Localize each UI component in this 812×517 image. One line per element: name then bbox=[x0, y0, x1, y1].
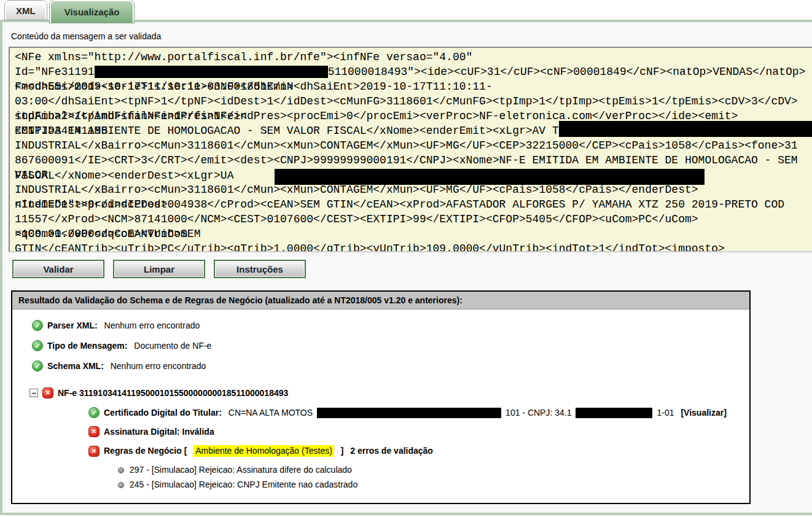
success-check-icon bbox=[32, 360, 43, 371]
xml-line: F><dhEmi>2019-10-17T11:10:11-03:00</dhEm… bbox=[15, 79, 812, 94]
text-segment: Tipo de Mensagem: bbox=[47, 341, 127, 351]
error-x-icon bbox=[88, 446, 100, 457]
text-segment: GTIN</cEANTrib><uTrib>PC</uTrib><qTrib>1… bbox=[15, 243, 725, 252]
text-segment: 101 - CNPJ: 34.1 bbox=[506, 408, 571, 418]
text-segment: Parser XML: bbox=[47, 321, 98, 331]
success-check-icon bbox=[32, 340, 43, 351]
text-segment: F><dhEmi>2019-10-17T11:10:11-03:00</dhEm… bbox=[15, 80, 493, 93]
redaction-box bbox=[559, 121, 812, 137]
rejection-error-item: 245 - [Simulacao] Rejeicao: CNPJ Emitent… bbox=[118, 480, 749, 490]
text-segment: Ambiente de Homologação (Testes) bbox=[193, 445, 334, 457]
xml-line: <NFe xmlns="http://www.portalfiscal.inf.… bbox=[15, 50, 812, 64]
bullet-icon bbox=[118, 467, 124, 473]
text-segment: Regras de Negócio [ bbox=[104, 446, 189, 456]
xml-line: 867600091</IE><CRT>3</CRT></emit><dest><… bbox=[15, 153, 812, 168]
text-segment: Certificado Digital do Titular: bbox=[104, 408, 222, 418]
xml-line: 03:00</dhSaiEnt><tpNF>1</tpNF><idDest>1<… bbox=[15, 94, 812, 109]
redaction-box bbox=[576, 408, 652, 418]
text-segment: Schema XML: bbox=[47, 361, 104, 371]
text-segment: Id="NFe31191 bbox=[15, 66, 95, 78]
tab-visualizacao[interactable]: Visualização bbox=[50, 0, 135, 23]
xml-line: nItem="1"><prod><cProd>004938</cProd><cE… bbox=[15, 197, 812, 212]
page: XML Visualização Conteúdo da mensagem a … bbox=[0, 0, 812, 515]
redaction-box bbox=[95, 66, 328, 78]
xml-line: Id="NFe31191511000018493"><ide><cUF>31</… bbox=[15, 64, 812, 79]
tab-bar: XML Visualização bbox=[0, 0, 812, 20]
text-segment: NF-e 31191034141195000101550000000018511… bbox=[58, 388, 288, 398]
rejection-error-text: 245 - [Simulacao] Rejeicao: CNPJ Emitent… bbox=[130, 480, 357, 490]
validation-sub-item: Regras de Negócio [ Ambiente de Homologa… bbox=[88, 445, 749, 457]
xml-line: FISCAL</xNome><enderDest><xLgr>UA bbox=[15, 168, 812, 182]
text-segment: nItem="1"><prod><cProd>004938</cProd><cE… bbox=[15, 198, 791, 211]
error-x-icon bbox=[88, 426, 100, 437]
error-x-icon bbox=[42, 387, 53, 398]
nfe-key-row: NF-e 31191034141195000101550000000018511… bbox=[29, 387, 749, 398]
redaction-box bbox=[317, 408, 501, 418]
validation-sub-item: Assinatura Digital: Inválida bbox=[88, 426, 749, 437]
validation-item: Schema XML: Nenhum erro encontrado bbox=[32, 360, 749, 371]
redaction-box bbox=[275, 169, 705, 185]
button-row: Validar Limpar Instruções bbox=[12, 260, 812, 278]
main-panel: Conteúdo da mensagem a ser validada <NFe… bbox=[0, 20, 812, 515]
validation-results-panel: Resultado da Validação do Schema e de Re… bbox=[11, 290, 751, 504]
visualizar-link[interactable]: [Visualizar] bbox=[681, 408, 726, 418]
collapse-toggle-icon[interactable] bbox=[29, 389, 38, 397]
text-segment: Documento de NF-e bbox=[131, 341, 211, 351]
results-header: Resultado da Validação do Schema e de Re… bbox=[12, 292, 749, 309]
xml-line: EMITIDA EM AMBIENTE DE HOMOLOGACAO - SEM… bbox=[15, 123, 812, 138]
text-segment: <NFe xmlns="http://www.portalfiscal.inf.… bbox=[15, 51, 472, 63]
text-segment: ] bbox=[338, 446, 346, 456]
text-segment: 2 erros de validação bbox=[350, 446, 433, 456]
text-segment: FISCAL</xNome><enderDest><xLgr>UA bbox=[15, 169, 240, 182]
tab-xml[interactable]: XML bbox=[5, 1, 47, 20]
xml-line: GTIN</cEANTrib><uTrib>PC</uTrib><qTrib>1… bbox=[15, 241, 812, 252]
validation-sub-item: Certificado Digital do Titular: CN=NA AL… bbox=[88, 407, 749, 418]
rejection-error-item: 297 - [Simulacao] Rejeicao: Assinatura d… bbox=[118, 465, 749, 475]
xml-line: 11557</xProd><NCM>87141000</NCM><CEST>01… bbox=[15, 212, 812, 227]
instrucoes-button[interactable]: Instruções bbox=[214, 260, 306, 278]
xml-line: INDUSTRIAL</xBairro><cMun>3118601</cMun>… bbox=[15, 138, 812, 153]
validar-button[interactable]: Validar bbox=[12, 260, 104, 278]
validation-item: Parser XML: Nenhum erro encontrado bbox=[32, 320, 749, 331]
text-segment: INDUSTRIAL</xBairro><cMun>3118601</cMun>… bbox=[15, 139, 798, 152]
text-segment: >109.00</vProd><cEANTrib>SEM bbox=[15, 228, 200, 240]
rejection-error-text: 297 - [Simulacao] Rejeicao: Assinatura d… bbox=[130, 465, 352, 475]
bullet-icon bbox=[118, 482, 124, 488]
results-body: Parser XML: Nenhum erro encontradoTipo d… bbox=[12, 309, 749, 503]
success-check-icon bbox=[32, 320, 43, 331]
text-segment: CN=NA ALTA MOTOS bbox=[226, 408, 313, 418]
text-segment: Nenhum erro encontrado bbox=[108, 361, 206, 371]
text-segment: Assinatura Digital: Inválida bbox=[104, 427, 214, 437]
text-segment: EMITIDA EM AMBIENTE DE HOMOLOGACAO - SEM… bbox=[15, 123, 559, 138]
content-label: Conteúdo da mensagem a ser validada bbox=[2, 22, 812, 47]
limpar-button[interactable]: Limpar bbox=[113, 260, 205, 278]
xml-line: >109.00</vProd><cEANTrib>SEM bbox=[15, 227, 812, 241]
text-segment: 1-01 bbox=[657, 408, 676, 418]
text-segment: Nenhum erro encontrado bbox=[102, 321, 200, 331]
success-check-icon bbox=[88, 407, 100, 418]
validation-item: Tipo de Mensagem: Documento de NF-e bbox=[32, 340, 749, 351]
xml-content-textarea[interactable]: <NFe xmlns="http://www.portalfiscal.inf.… bbox=[9, 47, 812, 252]
